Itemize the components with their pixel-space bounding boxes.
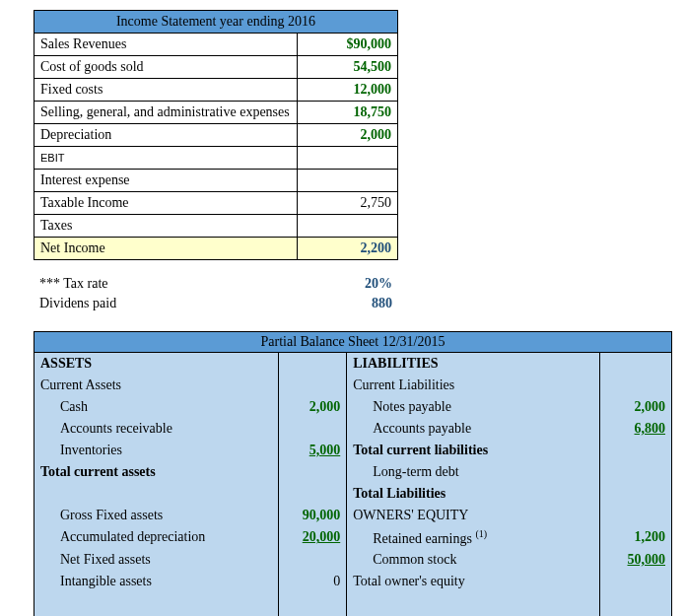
gfa-label: Gross Fixed assets xyxy=(34,505,279,526)
blank-cell xyxy=(279,375,347,396)
row-sales-value: $90,000 xyxy=(298,34,398,56)
blank-cell xyxy=(599,353,671,376)
row-int-label: Interest expense xyxy=(34,170,298,192)
nfa-value xyxy=(279,549,347,571)
income-notes: *** Tax rate 20% Dividens paid 880 xyxy=(34,274,398,313)
row-tax-value xyxy=(298,215,398,238)
income-statement-title: Income Statement year ending 2016 xyxy=(34,11,398,34)
toe-value xyxy=(599,571,671,592)
row-sga-value: 18,750 xyxy=(298,102,398,124)
ia-value: 0 xyxy=(279,571,347,592)
blank-cell xyxy=(599,375,671,396)
tl-label: Total Liabilities xyxy=(347,483,599,505)
ad-label: Accumulated depreciation xyxy=(34,526,279,549)
row-sga-label: Selling, general, and administrative exp… xyxy=(34,102,298,124)
balance-sheet-table: Partial Balance Sheet 12/31/2015 ASSETS … xyxy=(34,331,672,616)
ltd-label: Long-term debt xyxy=(347,461,599,483)
row-cogs-value: 54,500 xyxy=(298,56,398,79)
notes-payable-label: Notes payable xyxy=(347,396,599,418)
notes-payable-value: 2,000 xyxy=(599,396,671,418)
tca-label: Total current assets xyxy=(34,461,279,483)
row-ebit-label: EBIT xyxy=(34,147,298,170)
row-fixed-label: Fixed costs xyxy=(34,79,298,102)
row-net-label: Net Income xyxy=(34,238,298,260)
row-taxable-value: 2,750 xyxy=(298,192,398,215)
row-int-value xyxy=(298,170,398,192)
row-dep-value: 2,000 xyxy=(298,124,398,147)
row-taxable-label: Taxable Income xyxy=(34,192,298,215)
inv-label: Inventories xyxy=(34,440,279,461)
re-label: Retained earnings (1) xyxy=(347,526,599,549)
blank-cell xyxy=(347,592,599,614)
cs-label: Common stock xyxy=(347,549,599,571)
tcl-label: Total current liabilities xyxy=(347,440,599,461)
row-net-value: 2,200 xyxy=(298,238,398,260)
ltd-value xyxy=(599,461,671,483)
row-sales-label: Sales Revenues xyxy=(34,34,298,56)
ad-value: 20,000 xyxy=(279,526,347,549)
dividends-value: 880 xyxy=(299,294,398,313)
row-ebit-value xyxy=(298,147,398,170)
tl-value xyxy=(599,483,671,505)
inv-value: 5,000 xyxy=(279,440,347,461)
blank-cell xyxy=(34,592,279,614)
blank-cell xyxy=(34,483,279,505)
gfa-value: 90,000 xyxy=(279,505,347,526)
cash-label: Cash xyxy=(34,396,279,418)
cash-value: 2,000 xyxy=(279,396,347,418)
blank-cell xyxy=(279,353,347,376)
toe-label: Total owner's equity xyxy=(347,571,599,592)
ar-value xyxy=(279,418,347,440)
re-value: 1,200 xyxy=(599,526,671,549)
row-cogs-label: Cost of goods sold xyxy=(34,56,298,79)
taxrate-label: *** Tax rate xyxy=(34,274,299,294)
assets-heading: ASSETS xyxy=(34,353,279,376)
income-statement-table: Income Statement year ending 2016 Sales … xyxy=(34,10,398,260)
ar-label: Accounts receivable xyxy=(34,418,279,440)
ia-label: Intangible assets xyxy=(34,571,279,592)
ap-label: Accounts payable xyxy=(347,418,599,440)
tcl-value xyxy=(599,440,671,461)
nfa-label: Net Fixed assets xyxy=(34,549,279,571)
dividends-label: Dividens paid xyxy=(34,294,299,313)
cs-value: 50,000 xyxy=(599,549,671,571)
ap-value: 6,800 xyxy=(599,418,671,440)
current-assets-label: Current Assets xyxy=(34,375,279,396)
taxrate-value: 20% xyxy=(299,274,398,294)
row-tax-label: Taxes xyxy=(34,215,298,238)
oe-label: OWNERS' EQUITY xyxy=(347,505,599,526)
blank-cell xyxy=(599,592,671,614)
blank-cell xyxy=(279,592,347,614)
blank-cell xyxy=(599,505,671,526)
row-dep-label: Depreciation xyxy=(34,124,298,147)
balance-sheet-title: Partial Balance Sheet 12/31/2015 xyxy=(34,332,672,353)
current-liabilities-label: Current Liabilities xyxy=(347,375,599,396)
tca-value xyxy=(279,461,347,483)
blank-cell xyxy=(279,483,347,505)
row-fixed-value: 12,000 xyxy=(298,79,398,102)
liabilities-heading: LIABILITIES xyxy=(347,353,599,376)
